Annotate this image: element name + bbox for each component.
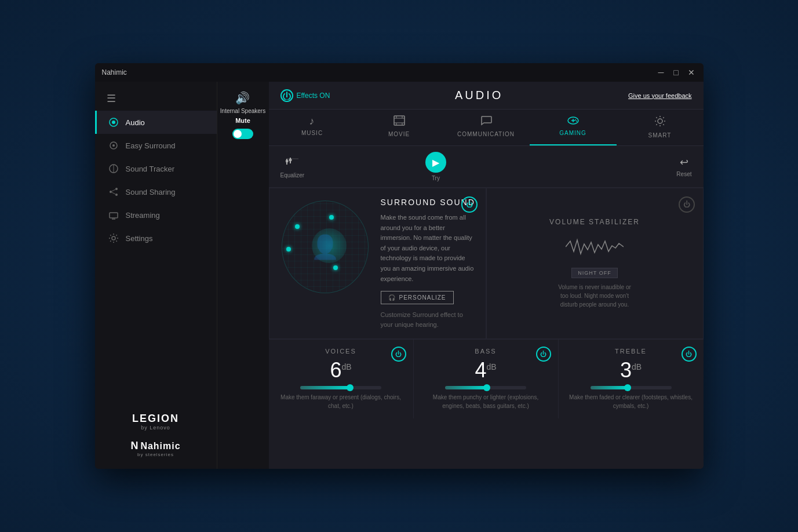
cards-grid: ⏻ 👤 bbox=[269, 188, 704, 339]
audio-label: Audio bbox=[126, 118, 145, 127]
svg-point-8 bbox=[115, 194, 118, 196]
tab-movie[interactable]: MOVIE bbox=[356, 110, 443, 145]
mute-label: Mute bbox=[235, 117, 250, 124]
voices-power-button[interactable]: ⏻ bbox=[391, 347, 406, 362]
surround-power-button[interactable]: ⏻ bbox=[461, 196, 478, 213]
bass-power-button[interactable]: ⏻ bbox=[536, 347, 551, 362]
voices-card: ⏻ VOICES 6dB Make them faraway or presen… bbox=[269, 340, 414, 418]
equalizer-label: Equalizer bbox=[280, 172, 305, 178]
hamburger-menu[interactable]: ☰ bbox=[95, 86, 217, 111]
treble-title: TREBLE bbox=[615, 348, 647, 355]
bass-slider-fill bbox=[445, 386, 486, 389]
music-tab-label: MUSIC bbox=[301, 130, 323, 136]
volume-stabilizer-card: ⏻ VOLUME STABILIZER NIGHT OFF Volume is … bbox=[486, 188, 704, 339]
tab-gaming[interactable]: GAMING bbox=[530, 110, 617, 145]
surround-info: SURROUND SOUND Make the sound come from … bbox=[381, 198, 476, 329]
voices-slider[interactable] bbox=[300, 386, 381, 389]
voices-description: Make them faraway or present (dialogs, c… bbox=[278, 393, 404, 410]
easy-surround-icon bbox=[108, 140, 119, 151]
svg-point-3 bbox=[112, 144, 115, 147]
equalizer-row: Equalizer ▶ Try ↩ Reset bbox=[269, 146, 704, 188]
voices-title: VOICES bbox=[325, 348, 356, 355]
gaming-tab-label: GAMING bbox=[559, 130, 586, 136]
audio-tabs: ♪ MUSIC MOVIE COMMUNICATION bbox=[269, 110, 704, 146]
smart-icon bbox=[654, 115, 666, 130]
sidebar-item-audio[interactable]: Audio bbox=[95, 111, 217, 134]
communication-tab-label: COMMUNICATION bbox=[457, 131, 515, 137]
legion-logo: LEGION bbox=[132, 413, 179, 425]
audio-page-title: AUDIO bbox=[339, 89, 619, 102]
volume-stabilizer-power-button[interactable]: ⏻ bbox=[679, 196, 695, 213]
tab-music[interactable]: ♪ MUSIC bbox=[269, 110, 356, 145]
communication-icon bbox=[480, 115, 492, 129]
effects-toggle[interactable]: Effects ON bbox=[280, 89, 330, 102]
svg-point-1 bbox=[112, 121, 115, 124]
power-icon bbox=[280, 89, 293, 102]
treble-power-button[interactable]: ⏻ bbox=[682, 347, 697, 362]
bass-description: Make them punchy or lighter (explosions,… bbox=[423, 393, 549, 410]
personalize-label: PERSONALIZE bbox=[399, 294, 446, 301]
close-button[interactable]: ✕ bbox=[686, 67, 697, 78]
treble-slider[interactable] bbox=[591, 386, 672, 389]
app-title: Nahimic bbox=[102, 68, 656, 76]
bass-title: BASS bbox=[475, 348, 496, 355]
svg-point-6 bbox=[110, 191, 112, 193]
sidebar-item-easy-surround[interactable]: Easy Surround bbox=[95, 134, 217, 157]
device-name: Internal Speakers bbox=[220, 107, 265, 115]
gaming-icon bbox=[567, 115, 580, 127]
sidebar-item-settings[interactable]: Settings bbox=[95, 227, 217, 250]
sphere-dot-3 bbox=[286, 247, 291, 252]
equalizer-icon bbox=[286, 155, 298, 170]
bass-unit: dB bbox=[486, 362, 496, 371]
svg-point-13 bbox=[112, 236, 115, 240]
music-icon: ♪ bbox=[309, 115, 315, 127]
sphere-dot-2 bbox=[329, 215, 334, 220]
sound-sharing-label: Sound Sharing bbox=[126, 188, 176, 196]
voices-slider-thumb bbox=[347, 384, 354, 391]
speaker-icon: 🔊 bbox=[235, 91, 250, 105]
sidebar-bottom: LEGION by Lenovo N Nahimic by steelserie… bbox=[95, 401, 217, 469]
main-content: Effects ON AUDIO Give us your feedback ♪… bbox=[269, 82, 704, 469]
sidebar-item-sound-tracker[interactable]: Sound Tracker bbox=[95, 157, 217, 180]
settings-icon bbox=[108, 233, 119, 243]
voices-value: 6dB bbox=[330, 358, 351, 382]
mute-toggle[interactable] bbox=[232, 129, 253, 139]
easy-surround-label: Easy Surround bbox=[126, 141, 176, 150]
treble-value: 3dB bbox=[620, 358, 642, 382]
treble-unit: dB bbox=[632, 362, 642, 371]
personalize-button[interactable]: 🎧 PERSONALIZE bbox=[381, 291, 454, 304]
effects-label: Effects ON bbox=[297, 92, 330, 100]
streaming-icon bbox=[108, 210, 119, 220]
surround-sound-card: ⏻ 👤 bbox=[269, 188, 486, 339]
bass-slider[interactable] bbox=[445, 386, 526, 389]
bass-card: ⏻ BASS 4dB Make them punchy or lighter (… bbox=[414, 340, 559, 418]
sidebar-item-streaming[interactable]: Streaming bbox=[95, 203, 217, 227]
device-icon-area: 🔊 Internal Speakers Mute bbox=[220, 91, 265, 139]
tab-smart[interactable]: SMART bbox=[617, 110, 704, 145]
equalizer-button[interactable]: Equalizer bbox=[280, 155, 305, 178]
app-window: Nahimic ─ □ ✕ ☰ Audio bbox=[95, 63, 704, 469]
headphone-icon: 🎧 bbox=[388, 294, 396, 301]
surround-description: Make the sound come from all around you … bbox=[381, 213, 476, 284]
audio-icon bbox=[108, 117, 119, 127]
night-off-badge[interactable]: NIGHT OFF bbox=[571, 268, 617, 278]
feedback-link[interactable]: Give us your feedback bbox=[628, 92, 691, 99]
steelseries-label: by steelseries bbox=[130, 452, 180, 457]
treble-slider-thumb bbox=[624, 384, 631, 391]
movie-tab-label: MOVIE bbox=[388, 131, 410, 137]
voices-unit: dB bbox=[341, 362, 351, 371]
sound-tracker-label: Sound Tracker bbox=[126, 165, 175, 173]
maximize-button[interactable]: □ bbox=[671, 67, 682, 78]
try-button[interactable]: ▶ Try bbox=[425, 152, 446, 181]
sphere-head: 👤 bbox=[311, 234, 340, 261]
svg-point-26 bbox=[658, 119, 662, 123]
surround-sphere: 👤 bbox=[282, 201, 369, 293]
minimize-button[interactable]: ─ bbox=[656, 67, 666, 78]
nahimic-logo: Nahimic bbox=[140, 441, 180, 451]
sidebar-item-sound-sharing[interactable]: Sound Sharing bbox=[95, 180, 217, 203]
reset-button[interactable]: ↩ Reset bbox=[676, 156, 691, 177]
content-area[interactable]: Equalizer ▶ Try ↩ Reset ⏻ bbox=[269, 146, 704, 469]
try-label: Try bbox=[432, 175, 440, 181]
tab-communication[interactable]: COMMUNICATION bbox=[443, 110, 530, 145]
svg-point-24 bbox=[575, 119, 576, 121]
